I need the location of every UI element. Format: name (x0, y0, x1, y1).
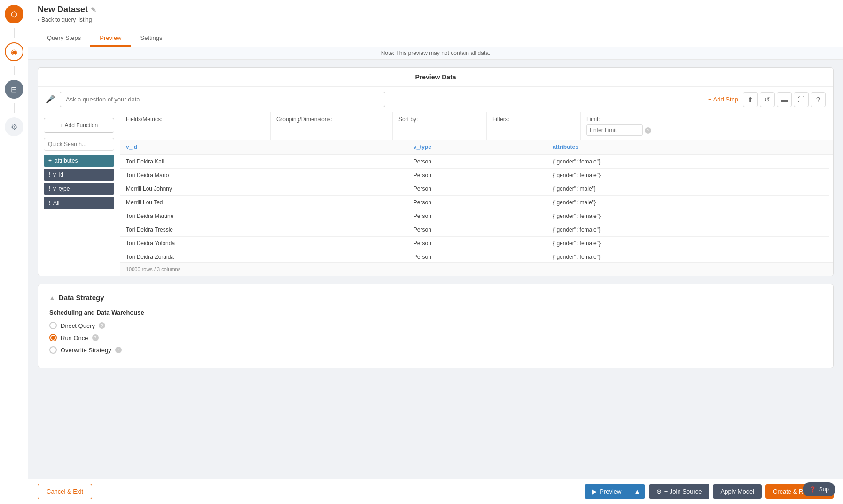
radio-overwrite-strategy[interactable]: Overwrite Strategy ? (49, 346, 822, 354)
cell-v_type-0: Person (408, 155, 547, 169)
quick-search-input[interactable] (44, 138, 114, 151)
preview-note: Note: This preview may not contain all d… (28, 47, 843, 60)
cell-v_type-1: Person (408, 169, 547, 182)
add-function-button[interactable]: + Add Function (44, 118, 114, 133)
limit-col: Limit: ? (581, 112, 833, 140)
page-header: New Dataset ✎ ‹ Back to query listing Qu… (28, 0, 843, 47)
join-source-button[interactable]: ⊕ + Join Source (649, 484, 710, 499)
field-item-attributes[interactable]: + attributes (44, 155, 114, 167)
ai-search-bar: 🎤 + Add Step ⬆ ↺ ▬ ⛶ ? (38, 87, 833, 112)
data-table: v_id v_type attributes Tori Deidra KaliP… (120, 140, 833, 262)
cell-attributes-2: {"gender":"male"} (547, 182, 829, 196)
fields-metrics-col: Fields/Metrics: (120, 112, 271, 140)
page-title: New Dataset (38, 5, 88, 15)
cell-v_id-6: Tori Deidra Yolonda (120, 237, 408, 250)
add-step-button[interactable]: + Add Step (708, 96, 738, 103)
table-row: Tori Deidra YolondaPerson{"gender":"fema… (120, 237, 833, 250)
query-builder: + Add Function + attributes ! v_id (38, 112, 833, 276)
preview-button[interactable]: ▶ Preview (585, 484, 629, 499)
cell-attributes-6: {"gender":"female"} (547, 237, 829, 250)
limit-help-icon[interactable]: ? (645, 127, 651, 134)
cell-v_type-7: Person (408, 250, 547, 263)
left-panel: + Add Function + attributes ! v_id (38, 112, 120, 276)
radio-run-once[interactable]: Run Once ? (49, 334, 822, 341)
tab-settings[interactable]: Settings (131, 31, 172, 47)
table-row: Tori Deidra TressiePerson{"gender":"fema… (120, 223, 833, 237)
cell-v_id-5: Tori Deidra Tressie (120, 223, 408, 237)
cell-v_type-4: Person (408, 209, 547, 223)
page-title-row: New Dataset ✎ (38, 5, 834, 15)
cell-attributes-1: {"gender":"female"} (547, 169, 829, 182)
cell-v_type-2: Person (408, 182, 547, 196)
limit-input[interactable] (586, 124, 643, 136)
ai-mic-icon: 🎤 (46, 95, 55, 104)
table-row: Tori Deidra MartinePerson{"gender":"fema… (120, 209, 833, 223)
field-item-v-id[interactable]: ! v_id (44, 169, 114, 181)
edit-title-icon[interactable]: ✎ (91, 6, 96, 14)
col-header-v-id[interactable]: v_id (120, 140, 408, 155)
data-strategy-title: ▲ Data Strategy (49, 294, 822, 302)
help-float-label: Sup (819, 486, 829, 493)
field-item-all[interactable]: ! All (44, 197, 114, 209)
cell-v_type-3: Person (408, 196, 547, 209)
tab-query-steps[interactable]: Query Steps (38, 31, 90, 47)
radio-run-once-circle[interactable] (49, 334, 57, 341)
field-item-v-type[interactable]: ! v_type (44, 183, 114, 195)
refresh-icon-btn[interactable]: ↺ (760, 92, 775, 107)
radio-direct-query-circle[interactable] (49, 322, 57, 329)
right-panel: Fields/Metrics: Grouping/Dimensions: Sor… (120, 112, 833, 276)
grouping-col: Grouping/Dimensions: (271, 112, 393, 140)
run-once-help[interactable]: ? (92, 334, 99, 341)
tab-preview[interactable]: Preview (90, 31, 131, 47)
toolbar-icons: ⬆ ↺ ▬ ⛶ ? (743, 92, 826, 107)
chevron-up-icon: ▲ (634, 488, 640, 495)
overwrite-help[interactable]: ? (115, 347, 122, 353)
sidebar-layers-icon[interactable]: ⊟ (5, 80, 23, 99)
back-to-query-listing[interactable]: ‹ Back to query listing (38, 15, 834, 27)
collapse-icon[interactable]: ▲ (49, 295, 55, 301)
sidebar-settings-icon[interactable]: ⚙ (5, 117, 23, 136)
join-source-group: ⊕ + Join Source (649, 484, 710, 499)
cell-attributes-7: {"gender":"female"} (547, 250, 829, 263)
apply-model-button[interactable]: Apply Model (713, 484, 762, 499)
preview-dropdown-button[interactable]: ▲ (629, 484, 645, 499)
table-row: Merrill Lou JohnnyPerson{"gender":"male"… (120, 182, 833, 196)
cell-attributes-0: {"gender":"female"} (547, 155, 829, 169)
cell-v_id-7: Tori Deidra Zoraida (120, 250, 408, 263)
cell-v_type-6: Person (408, 237, 547, 250)
cancel-exit-button[interactable]: Cancel & Exit (38, 484, 92, 499)
preview-card-title: Preview Data (38, 68, 833, 87)
cell-v_type-5: Person (408, 223, 547, 237)
table-body: Tori Deidra KaliPerson{"gender":"female"… (120, 155, 833, 262)
scheduling-title: Scheduling and Data Warehouse (49, 309, 822, 316)
help-float-icon: ❓ (809, 486, 816, 493)
preview-card: Preview Data 🎤 + Add Step ⬆ ↺ ▬ ⛶ ? (38, 67, 834, 276)
bottom-bar: Cancel & Exit ▶ Preview ▲ ⊕ + Join Sourc… (28, 479, 843, 504)
sidebar-logo-icon[interactable]: ⬡ (5, 5, 23, 23)
preview-btn-group: ▶ Preview ▲ (585, 484, 645, 499)
fields-row: Fields/Metrics: Grouping/Dimensions: Sor… (120, 112, 833, 140)
expand-icon-btn[interactable]: ⛶ (794, 92, 809, 107)
table-row: Tori Deidra ZoraidaPerson{"gender":"fema… (120, 250, 833, 263)
main-content: New Dataset ✎ ‹ Back to query listing Qu… (28, 0, 843, 504)
radio-direct-query[interactable]: Direct Query ? (49, 322, 822, 329)
col-header-attributes[interactable]: attributes (547, 140, 829, 155)
table-row: Tori Deidra KaliPerson{"gender":"female"… (120, 155, 833, 169)
radio-overwrite-circle[interactable] (49, 346, 57, 354)
cell-v_id-1: Tori Deidra Mario (120, 169, 408, 182)
cell-v_id-3: Merrill Lou Ted (120, 196, 408, 209)
cell-v_id-2: Merrill Lou Johnny (120, 182, 408, 196)
cell-attributes-3: {"gender":"male"} (547, 196, 829, 209)
sidebar-eye-icon[interactable]: ◉ (5, 42, 23, 61)
table-header-row: v_id v_type attributes (120, 140, 833, 155)
help-icon-btn[interactable]: ? (811, 92, 826, 107)
col-header-v-type[interactable]: v_type (408, 140, 547, 155)
upload-icon-btn[interactable]: ⬆ (743, 92, 758, 107)
help-float-button[interactable]: ❓ Sup (803, 482, 835, 496)
sidebar: ⬡ ◉ ⊟ ⚙ (0, 0, 28, 504)
ai-search-input[interactable] (60, 92, 385, 107)
cell-v_id-4: Tori Deidra Martine (120, 209, 408, 223)
row-count: 10000 rows / 3 columns (120, 262, 833, 276)
chart-icon-btn[interactable]: ▬ (777, 92, 792, 107)
direct-query-help[interactable]: ? (99, 322, 105, 329)
